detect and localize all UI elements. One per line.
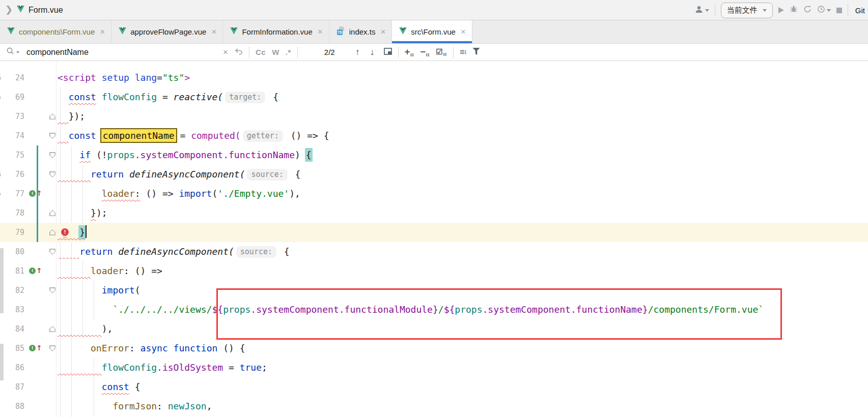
chevron-down-icon: [763, 9, 767, 12]
clear-search-icon[interactable]: ×: [223, 47, 228, 57]
code-line-76: 76 return defineAsyncComponent(source: {: [0, 165, 868, 184]
code-line-88: 88 formJson: newJson,: [0, 397, 868, 416]
code-text[interactable]: flowConfig.isOldSystem = true;: [58, 358, 267, 377]
tab-forminformation.vue[interactable]: FormInformation.vue×: [223, 20, 329, 43]
line-number-82[interactable]: 82: [0, 281, 24, 300]
code-text[interactable]: loader: () =>: [58, 261, 162, 281]
line-number-86[interactable]: 86: [0, 358, 24, 377]
select-all-occurrences-button[interactable]: ☑II: [436, 47, 447, 57]
user-account-button[interactable]: [695, 6, 709, 15]
open-in-find-window-button[interactable]: [384, 48, 392, 57]
whole-words-toggle[interactable]: W: [272, 48, 279, 56]
debug-button[interactable]: [790, 5, 798, 15]
stop-button[interactable]: [836, 8, 842, 13]
code-line-85: 85I↑ onError: async function () {: [0, 339, 868, 358]
code-text[interactable]: import(: [58, 281, 141, 300]
next-occurrence-button[interactable]: ↓: [370, 47, 375, 57]
line-number-79[interactable]: 79: [0, 223, 24, 242]
annotation-red-box: [216, 288, 782, 340]
line-number-84[interactable]: 84: [0, 319, 24, 339]
code-text[interactable]: formJson: newJson,: [58, 397, 212, 416]
close-tab-icon[interactable]: ×: [461, 28, 466, 36]
breadcrumb-chevron-icon: ❯: [5, 4, 13, 15]
regex-toggle[interactable]: .*: [286, 48, 291, 56]
close-tab-icon[interactable]: ×: [211, 28, 216, 36]
fold-marker[interactable]: [49, 229, 55, 235]
divider: [297, 47, 298, 58]
code-text[interactable]: const flowConfig = reactive(target: {: [58, 87, 278, 107]
parameter-hint: getter:: [243, 130, 283, 142]
line-number-80[interactable]: 80: [0, 242, 24, 261]
remove-occurrence-button[interactable]: −II: [420, 47, 430, 57]
match-case-toggle[interactable]: Cc: [256, 48, 266, 56]
fold-marker[interactable]: [49, 249, 55, 255]
fold-marker[interactable]: [49, 133, 55, 139]
run-button[interactable]: [778, 7, 784, 13]
code-text[interactable]: onError: async function () {: [58, 339, 245, 358]
code-text[interactable]: });: [58, 107, 85, 126]
fold-marker[interactable]: [49, 152, 55, 158]
fold-marker[interactable]: [49, 171, 55, 177]
code-editor: 24<script setup lang="ts">69 const flowC…: [0, 61, 868, 417]
line-number-81[interactable]: 81: [0, 261, 24, 281]
code-text[interactable]: const {: [58, 377, 141, 397]
clipped-line-number-fragment: 6: [0, 68, 4, 87]
line-number-78[interactable]: 78: [0, 203, 24, 223]
code-text[interactable]: <script setup lang="ts">: [58, 68, 190, 87]
code-text[interactable]: });: [58, 203, 107, 223]
code-text[interactable]: }: [58, 223, 87, 242]
fold-marker[interactable]: [49, 210, 55, 216]
add-occurrence-button[interactable]: +II: [405, 47, 414, 57]
tab-label: src\Form.vue: [411, 27, 456, 36]
search-options-button[interactable]: [6, 47, 19, 57]
line-number-85[interactable]: 85: [0, 339, 24, 358]
code-text[interactable]: ),: [58, 319, 113, 339]
code-line-78: 78 });: [0, 203, 868, 223]
previous-occurrence-button[interactable]: ↑: [355, 47, 360, 57]
vue-file-icon: [7, 27, 15, 37]
code-text[interactable]: if (!props.systemComponent.functionName)…: [58, 145, 312, 165]
tab-approveflowpage.vue[interactable]: approveFlowPage.vue×: [111, 20, 223, 43]
search-input[interactable]: [25, 47, 217, 57]
user-icon: [695, 6, 704, 15]
code-rows: 24<script setup lang="ts">69 const flowC…: [0, 68, 868, 416]
run-config-dropdown[interactable]: 当前文件: [721, 3, 773, 18]
recent-search-icon[interactable]: [234, 47, 243, 57]
fold-marker[interactable]: [49, 287, 55, 293]
fold-marker[interactable]: [49, 326, 55, 332]
search-icon: [6, 47, 15, 57]
code-text[interactable]: return defineAsyncComponent(source: {: [58, 165, 300, 184]
code-line-87: 87 const {: [0, 377, 868, 397]
gutter-method-icon[interactable]: I↑: [29, 190, 42, 197]
fold-marker[interactable]: [49, 113, 55, 120]
profiler-button[interactable]: [817, 5, 831, 15]
code-line-81: 81I↑ loader: () =>: [0, 261, 868, 281]
line-number-88[interactable]: 88: [0, 397, 24, 416]
close-tab-icon[interactable]: ×: [318, 28, 323, 36]
git-menu[interactable]: Git: [855, 6, 865, 15]
code-text[interactable]: loader: () => import('./Empty.vue'),: [58, 184, 300, 203]
code-text[interactable]: const componentName = computed(getter: (…: [58, 126, 329, 145]
line-number-87[interactable]: 87: [0, 377, 24, 397]
line-number-73[interactable]: 73: [0, 107, 24, 126]
vcs-change-marker: [37, 145, 38, 242]
tab-components-form.vue[interactable]: components\Form.vue×: [0, 20, 111, 43]
line-number-75[interactable]: 75: [0, 145, 24, 165]
line-number-83[interactable]: 83: [0, 300, 24, 319]
fold-marker[interactable]: [49, 345, 55, 351]
close-tab-icon[interactable]: ×: [380, 28, 385, 36]
tab-index.ts[interactable]: TSindex.ts×: [329, 20, 393, 43]
line-number-74[interactable]: 74: [0, 126, 24, 145]
divider: [453, 47, 454, 58]
divider: [398, 47, 399, 58]
gutter-method-icon[interactable]: I↑: [29, 267, 42, 274]
code-text[interactable]: return defineAsyncComponent(source: {: [58, 242, 290, 261]
filter-search-button[interactable]: [472, 48, 480, 57]
title-bar: ❯ Form.vue 当前文件 Git: [0, 0, 868, 20]
tab-src-form.vue[interactable]: src\Form.vue×: [392, 20, 472, 43]
vue-file-icon: [17, 6, 24, 15]
close-tab-icon[interactable]: ×: [100, 28, 105, 36]
gutter-method-icon[interactable]: I↑: [29, 345, 42, 351]
run-with-coverage-button[interactable]: [803, 5, 811, 15]
search-in-selection-button[interactable]: ≡I: [460, 47, 466, 57]
